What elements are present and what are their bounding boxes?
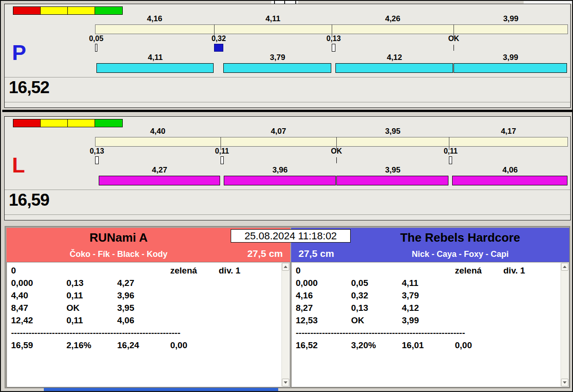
status-lights <box>13 119 123 127</box>
split-time-label: 3,99 <box>454 14 568 24</box>
results-cell: 16,01 <box>402 340 455 350</box>
results-cell: zelená <box>455 266 503 276</box>
datetime-display: 25.08.2024 11:18:02 <box>231 229 351 243</box>
results-cell: 3,79 <box>402 291 455 301</box>
team-name-left: RUNami A <box>6 231 231 244</box>
results-cell: 12,42 <box>11 315 66 326</box>
results-cell: 0,13 <box>66 278 117 288</box>
divider-line <box>5 102 570 102</box>
scroll-up-icon[interactable] <box>282 263 289 271</box>
status-light <box>13 119 41 127</box>
split-time-label: 4,16 <box>95 14 214 24</box>
change-marker <box>95 156 99 164</box>
leg-run-bar <box>223 63 331 73</box>
results-row: 0zelenádiv. 1 <box>11 266 280 278</box>
split-time-label: 4,17 <box>449 127 568 136</box>
status-light <box>41 7 68 14</box>
leg-time-label: 4,12 <box>335 53 454 62</box>
results-row: ----------------------------------------… <box>11 328 280 340</box>
results-panel: RUNami A Čoko - Fík - Black - Kody 27,5 … <box>5 226 570 388</box>
split-time-label: 4,40 <box>95 127 221 136</box>
change-time-label: OK <box>322 147 350 155</box>
results-cell: 0,11 <box>66 315 117 326</box>
lane-total-time-p: 16,52 <box>9 78 49 97</box>
scroll-up-icon[interactable] <box>561 263 568 271</box>
leg-time-label: 4,27 <box>99 166 221 175</box>
divider-line <box>5 77 570 77</box>
timing-track <box>95 137 568 147</box>
leg-run-bar <box>224 176 336 185</box>
results-cell: div. 1 <box>219 266 274 276</box>
divider-line <box>5 214 570 215</box>
results-cell: 0,00 <box>455 340 503 350</box>
results-cell: 3,95 <box>117 303 170 313</box>
split-time-label: 3,95 <box>336 127 449 136</box>
lane-panel-left: L 16,59 4,404,073,954,170,130,11OK0,114,… <box>4 116 571 220</box>
scrollbar[interactable] <box>281 263 289 386</box>
results-row: 16,592,16%16,240,00 <box>11 340 280 353</box>
change-time-label: OK <box>440 35 467 43</box>
results-cell: div. 1 <box>503 266 559 276</box>
leg-time-label: 3,95 <box>336 166 449 175</box>
results-row: 0zelenádiv. 1 <box>296 266 559 278</box>
leg-run-bar <box>96 63 214 73</box>
scroll-down-icon[interactable] <box>561 379 568 386</box>
taskbar-fragment <box>44 388 278 391</box>
leg-run-bar <box>99 176 220 185</box>
results-cell: 12,53 <box>296 315 351 326</box>
leg-time-label: 4,06 <box>452 166 568 175</box>
status-light <box>68 7 95 14</box>
results-cell: OK <box>66 303 117 313</box>
scrollbar[interactable] <box>561 263 568 386</box>
lane-total-time-l: 16,59 <box>9 190 49 210</box>
change-time-label: 0,32 <box>205 35 233 43</box>
results-cell: 3,20% <box>351 340 402 350</box>
results-cell: 0,00 <box>170 340 219 350</box>
results-cell: 4,06 <box>117 315 170 326</box>
team-results-box-right[interactable]: 0zelenádiv. 10,0000,054,114,160,323,798,… <box>291 262 569 387</box>
change-marker <box>454 45 454 51</box>
results-cell: 8,47 <box>11 303 66 313</box>
results-cell: 4,11 <box>402 278 455 288</box>
results-row: 0,0000,054,11 <box>296 278 559 291</box>
scroll-down-icon[interactable] <box>282 379 289 386</box>
change-marker <box>332 44 335 52</box>
results-row: 8,270,134,12 <box>296 303 559 315</box>
leg-time-label: 4,11 <box>96 53 214 62</box>
leg-time-label: 3,96 <box>224 166 337 175</box>
change-marker <box>95 44 97 52</box>
status-light <box>68 119 95 127</box>
results-row: 4,160,323,79 <box>296 291 559 303</box>
results-cell: 0 <box>11 266 66 276</box>
team-dogs-right: Nick - Caya - Foxy - Capi <box>351 249 569 259</box>
status-light <box>41 119 68 127</box>
results-cell: zelená <box>170 266 219 276</box>
results-cell: 0 <box>296 266 351 276</box>
triangle-down-icon <box>284 381 287 384</box>
leg-run-bar <box>335 63 453 73</box>
split-time-label: 4,11 <box>214 14 332 24</box>
lane-panel-right: P 16,52 4,164,114,263,990,050,320,13OK4,… <box>4 4 571 108</box>
results-text-left: 0zelenádiv. 10,0000,134,274,400,113,968,… <box>11 266 280 385</box>
results-cell: 0,11 <box>66 291 117 301</box>
results-cell: 16,59 <box>11 340 66 350</box>
leg-time-label: 3,79 <box>223 53 332 62</box>
results-row: 16,523,20%16,010,00 <box>296 340 559 353</box>
results-cell: 0,13 <box>351 303 402 313</box>
results-row: 12,53OK3,99 <box>296 315 559 328</box>
status-light <box>95 119 122 127</box>
status-light <box>13 7 41 14</box>
triangle-up-icon <box>563 266 567 268</box>
results-row: 0,0000,134,27 <box>11 278 280 291</box>
results-cell: 3,96 <box>117 291 170 301</box>
change-time-label: 0,05 <box>83 35 110 43</box>
results-cell: 4,40 <box>11 291 66 301</box>
team-results-box-left[interactable]: 0zelenádiv. 10,0000,134,274,400,113,968,… <box>6 262 290 387</box>
change-marker <box>336 157 337 163</box>
results-cell: 16,52 <box>296 340 351 350</box>
results-cell: OK <box>351 315 402 326</box>
leg-run-bar <box>452 176 567 185</box>
triangle-down-icon <box>563 381 567 384</box>
lane-letter-l: L <box>12 154 25 176</box>
split-time-label: 4,07 <box>221 127 337 136</box>
